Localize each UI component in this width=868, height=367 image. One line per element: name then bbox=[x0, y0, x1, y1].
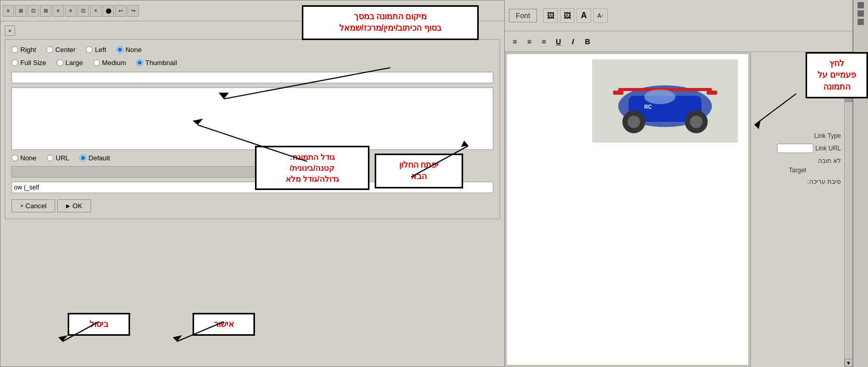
align-center-icon[interactable]: ≡ bbox=[524, 36, 535, 47]
description-row bbox=[11, 87, 493, 150]
linktype-field-label: Link Type bbox=[814, 132, 841, 140]
title-row bbox=[11, 72, 493, 83]
cancel-label: Cancel bbox=[25, 202, 46, 210]
link-default[interactable]: Default bbox=[80, 154, 110, 162]
close-icon: × bbox=[8, 28, 11, 34]
description-textarea[interactable] bbox=[11, 87, 493, 150]
underline-icon[interactable]: U bbox=[553, 36, 564, 47]
callout-bottom-right: יפתח החלוןהבא bbox=[375, 154, 463, 188]
size-large[interactable]: Large bbox=[57, 59, 83, 67]
alignment-center[interactable]: Center bbox=[46, 46, 75, 54]
alignment-left-label: Left bbox=[95, 46, 106, 54]
alignment-right-label: Right bbox=[20, 46, 36, 54]
size-medium[interactable]: Medium bbox=[93, 59, 126, 67]
italic-icon[interactable]: I bbox=[567, 36, 579, 47]
size-thumbnail-label: Thumbnail bbox=[145, 59, 177, 67]
toolbar-icon-5[interactable]: ≡ bbox=[53, 5, 64, 17]
link-none-radio[interactable] bbox=[11, 155, 18, 161]
size-medium-label: Medium bbox=[102, 59, 126, 67]
toolbar-fontA-icon[interactable]: A bbox=[577, 8, 591, 23]
callout-far-right: לחץפעמיים עלהתמונה bbox=[806, 52, 868, 98]
toolbar-icon-7[interactable]: ⊡ bbox=[78, 5, 89, 17]
cancel-button[interactable]: × Cancel bbox=[11, 199, 55, 212]
content-area: RC bbox=[507, 54, 748, 365]
link-none[interactable]: None bbox=[11, 154, 36, 162]
link-url-label: URL bbox=[56, 154, 69, 162]
callout-ok: אישור bbox=[193, 313, 255, 336]
form-panel: Right Center Left None bbox=[5, 39, 500, 219]
size-thumbnail-radio[interactable] bbox=[136, 59, 143, 66]
callout-cancel-text: ביטול bbox=[90, 320, 108, 328]
alignment-none-radio[interactable] bbox=[117, 46, 123, 53]
size-full-radio[interactable] bbox=[11, 59, 18, 66]
toolbar-image-icon[interactable]: 🖼 bbox=[543, 8, 558, 23]
link-none-label: None bbox=[20, 154, 36, 162]
size-row: Full Size Large Medium Thumbnail bbox=[11, 59, 493, 67]
size-large-radio[interactable] bbox=[57, 59, 63, 66]
size-thumbnail[interactable]: Thumbnail bbox=[136, 59, 177, 67]
toolbar-icon-10[interactable]: ↩ bbox=[115, 5, 126, 17]
sidebar-icon-3 bbox=[858, 19, 864, 25]
scrollbar[interactable]: ▲ ▼ bbox=[844, 52, 852, 367]
cancel-icon: × bbox=[20, 203, 23, 209]
svg-point-4 bbox=[628, 116, 640, 128]
svg-text:RC: RC bbox=[644, 104, 652, 110]
callout-cancel: ביטול bbox=[68, 313, 130, 336]
ok-icon: ▶ bbox=[66, 203, 70, 209]
cause-field-row: סיבת עריכה: bbox=[754, 178, 841, 185]
link-url-radio[interactable] bbox=[47, 155, 54, 161]
link-url[interactable]: URL bbox=[47, 154, 69, 162]
link-url-input[interactable] bbox=[777, 144, 813, 153]
alignment-center-label: Center bbox=[55, 46, 75, 54]
alignment-none[interactable]: None bbox=[117, 46, 142, 54]
right-toolbar-1: Font 🖼 🖼 A A↑ bbox=[505, 0, 852, 31]
toolbar-icon-4[interactable]: ⊞ bbox=[40, 5, 52, 17]
toolbar-icon-8[interactable]: × bbox=[90, 5, 101, 17]
callout-far-right-text: לחץפעמיים עלהתמונה bbox=[818, 59, 856, 91]
alignment-left-radio[interactable] bbox=[86, 46, 93, 53]
alignment-left[interactable]: Left bbox=[86, 46, 106, 54]
linkurl-field-label: Link URL bbox=[815, 145, 841, 152]
url-bar bbox=[11, 166, 266, 178]
alignment-right[interactable]: Right bbox=[11, 46, 36, 54]
toolbar-icon-6[interactable]: ≡ bbox=[65, 5, 76, 17]
align-left-icon[interactable]: ≡ bbox=[509, 36, 520, 47]
toolbar-image2-icon[interactable]: 🖼 bbox=[560, 8, 575, 23]
size-full[interactable]: Full Size bbox=[11, 59, 46, 67]
linktype-field-row: Link Type bbox=[754, 132, 841, 140]
linkurl-field-row: Link URL bbox=[754, 144, 841, 153]
toolbar-fontsize-icon[interactable]: A↑ bbox=[593, 8, 608, 23]
size-large-label: Large bbox=[66, 59, 83, 67]
title-input[interactable] bbox=[11, 72, 493, 83]
alignment-right-radio[interactable] bbox=[11, 46, 18, 53]
svg-point-6 bbox=[690, 116, 703, 128]
align-right-icon[interactable]: ≡ bbox=[538, 36, 550, 47]
toolbar-icon-3[interactable]: ⊡ bbox=[28, 5, 39, 17]
ok-button[interactable]: ▶ OK bbox=[57, 199, 91, 212]
font-label: Font bbox=[509, 9, 537, 22]
callout-middle-text: גודל התמונה:קטנה/בינונית/גדולה/גודל מלא bbox=[286, 153, 338, 183]
right-main: RC Alignment Size Title Description bbox=[505, 52, 852, 367]
toolbar-icon-9[interactable]: ⬤ bbox=[103, 5, 114, 17]
toolbar-icon-1[interactable]: ≡ bbox=[3, 5, 14, 17]
car-svg: RC bbox=[592, 59, 738, 143]
toolbar-icon-11[interactable]: ↪ bbox=[127, 5, 139, 17]
svg-rect-8 bbox=[707, 91, 717, 95]
link-default-radio[interactable] bbox=[80, 155, 86, 161]
callout-bottom-right-text: יפתח החלוןהבא bbox=[399, 160, 439, 181]
bold-icon[interactable]: B bbox=[582, 36, 593, 47]
link-default-label: Default bbox=[88, 154, 110, 162]
toolbar-icon-2[interactable]: ⊞ bbox=[15, 5, 27, 17]
callout-top: מיקום התמונה במסךבסוף הכיתוב/ימין/מרכז/ש… bbox=[302, 5, 479, 40]
close-button[interactable]: × bbox=[5, 26, 15, 36]
alignment-none-label: None bbox=[125, 46, 142, 54]
size-medium-radio[interactable] bbox=[93, 59, 100, 66]
button-row: × Cancel ▶ OK bbox=[11, 199, 493, 212]
cause-field-label: סיבת עריכה: bbox=[807, 178, 841, 185]
scroll-down[interactable]: ▼ bbox=[845, 359, 853, 367]
alignment-center-radio[interactable] bbox=[46, 46, 53, 53]
size-full-label: Full Size bbox=[20, 59, 46, 67]
placeholder-hint: לא חובה bbox=[754, 157, 841, 164]
sidebar-icon-2 bbox=[858, 10, 864, 17]
car-image: RC bbox=[592, 59, 738, 143]
